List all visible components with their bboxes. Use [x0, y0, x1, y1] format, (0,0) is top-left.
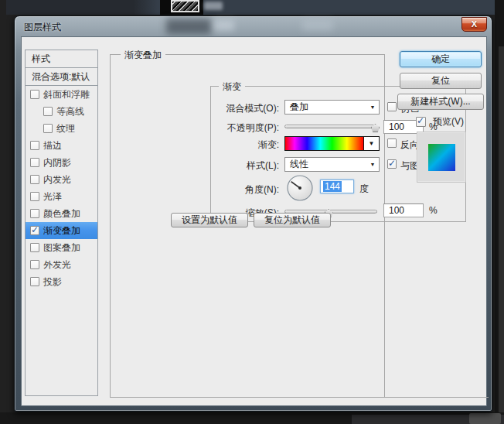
reset-button[interactable]: 复位 — [400, 73, 482, 89]
sidebar-item-label: 纹理 — [56, 122, 75, 135]
checkbox[interactable] — [30, 260, 39, 269]
titlebar-glass-smudge — [214, 20, 234, 31]
styles-listbox: 样式 混合选项:默认 斜面和浮雕 等高线 纹理 描边 内阴影 — [25, 50, 98, 396]
close-icon[interactable]: X — [461, 17, 487, 32]
sidebar-item-outer-glow[interactable]: 外发光 — [26, 256, 97, 273]
selected-text: 144 — [323, 181, 342, 192]
sidebar-item-label: 描边 — [43, 139, 62, 152]
blend-mode-dropdown[interactable]: 叠加 ▼ — [284, 100, 380, 115]
opacity-slider-track[interactable] — [284, 125, 376, 128]
angle-unit: 度 — [359, 183, 369, 196]
dialog-titlebar[interactable]: 图层样式 X — [15, 16, 492, 36]
dither-checkbox[interactable] — [387, 102, 397, 111]
background-right-strip-inner — [499, 46, 504, 424]
checkbox[interactable] — [43, 124, 53, 133]
blend-mode-label: 混合模式(O): — [211, 102, 279, 115]
sidebar-item-inner-glow[interactable]: 内发光 — [26, 171, 97, 188]
sidebar-item-label: 渐变叠加 — [43, 224, 80, 238]
style-dropdown[interactable]: 线性 ▼ — [284, 157, 380, 172]
preview-label: 预览(V) — [433, 115, 464, 128]
style-preview-thumbnail — [428, 144, 455, 171]
style-preview-frame — [417, 132, 466, 183]
sidebar-item-inner-shadow[interactable]: 内阴影 — [26, 154, 97, 171]
sidebar-item-pattern-overlay[interactable]: 图案叠加 — [26, 239, 97, 256]
titlebar-glass-smudge — [302, 20, 333, 31]
angle-dial[interactable] — [285, 173, 315, 203]
make-default-button[interactable]: 设置为默认值 — [171, 213, 248, 227]
checkbox[interactable] — [30, 158, 39, 167]
scale-value-field[interactable]: 100 — [383, 203, 424, 217]
dialog-client-area: 样式 混合选项:默认 斜面和浮雕 等高线 纹理 描边 内阴影 — [21, 36, 487, 406]
sidebar-item-stroke[interactable]: 描边 — [26, 137, 97, 154]
gradient-spectrum-swatch[interactable] — [285, 137, 364, 150]
sidebar-item-contour[interactable]: 等高线 — [26, 103, 97, 120]
new-style-button[interactable]: 新建样式(W)... — [397, 94, 484, 110]
style-value: 线性 — [285, 158, 366, 171]
sidebar-item-label: 斜面和浮雕 — [43, 88, 90, 101]
checkbox[interactable] — [30, 226, 39, 235]
sidebar-item-label: 外发光 — [43, 258, 71, 272]
divider — [385, 397, 489, 398]
checkbox[interactable] — [30, 243, 39, 252]
checkbox[interactable] — [30, 90, 39, 99]
checkbox[interactable] — [30, 175, 39, 184]
background-panel-strip — [6, 0, 495, 15]
sidebar-item-drop-shadow[interactable]: 投影 — [26, 273, 97, 290]
group-title: 渐变叠加 — [121, 49, 165, 62]
checkbox[interactable] — [43, 107, 53, 116]
sidebar-item-label: 投影 — [43, 275, 62, 289]
background-blurred-text — [204, 2, 223, 10]
subgroup-title: 渐变 — [219, 80, 245, 94]
dialog-title: 图层样式 — [24, 21, 61, 34]
angle-label: 角度(N): — [211, 183, 279, 197]
opacity-label: 不透明度(P): — [211, 121, 279, 135]
checkbox[interactable] — [30, 209, 39, 218]
opacity-slider[interactable] — [284, 122, 376, 133]
gradient-picker[interactable]: ▼ — [284, 136, 380, 151]
sidebar-item-gradient-overlay[interactable]: 渐变叠加 — [26, 222, 97, 239]
sidebar-item-label: 颜色叠加 — [43, 207, 80, 221]
preview-toggle[interactable]: 预览(V) — [416, 115, 464, 128]
checkbox[interactable] — [30, 277, 39, 286]
sidebar-item-label: 光泽 — [43, 190, 62, 203]
background-bottom-widget — [469, 413, 501, 424]
dial-center-dot — [298, 186, 301, 190]
checkbox[interactable] — [30, 141, 39, 150]
gradient-overlay-group: 渐变叠加 渐变 混合模式(O): 叠加 ▼ 仿色 不透明度(P): — [110, 54, 385, 398]
photoshop-background: 图层样式 X 样式 混合选项:默认 斜面和浮雕 等高线 纹理 — [0, 0, 504, 424]
sidebar-item-label: 内发光 — [43, 173, 71, 186]
sidebar-item-texture[interactable]: 纹理 — [26, 120, 97, 137]
gradient-label: 渐变: — [211, 138, 279, 152]
sidebar-item-satin[interactable]: 光泽 — [26, 188, 97, 205]
sidebar-item-label: 等高线 — [56, 105, 84, 118]
blend-mode-value: 叠加 — [285, 101, 366, 114]
sidebar-item-color-overlay[interactable]: 颜色叠加 — [26, 205, 97, 222]
sidebar-item-styles[interactable]: 样式 — [26, 50, 97, 68]
reset-default-button[interactable]: 复位为默认值 — [254, 213, 331, 227]
sidebar-item-label: 内阴影 — [43, 156, 71, 169]
layer-style-dialog: 图层样式 X 样式 混合选项:默认 斜面和浮雕 等高线 纹理 — [14, 15, 492, 412]
chevron-down-icon: ▼ — [366, 162, 379, 167]
ok-button[interactable]: 确定 — [400, 51, 482, 67]
scale-unit: % — [429, 205, 438, 216]
chevron-down-icon[interactable]: ▼ — [364, 137, 379, 150]
checkbox[interactable] — [30, 192, 39, 201]
reverse-checkbox[interactable] — [387, 138, 397, 148]
layer-thumbnail-stripes — [171, 0, 199, 12]
align-with-layer-checkbox[interactable] — [387, 159, 397, 169]
preview-checkbox[interactable] — [416, 117, 426, 127]
sidebar-item-bevel-emboss[interactable]: 斜面和浮雕 — [26, 86, 97, 103]
sidebar-item-label: 图案叠加 — [43, 241, 80, 255]
titlebar-glass-smudge — [166, 19, 211, 34]
style-label: 样式(L): — [211, 159, 279, 173]
angle-value-field[interactable]: 144 — [320, 180, 354, 193]
sidebar-item-blending-options[interactable]: 混合选项:默认 — [26, 68, 97, 86]
chevron-down-icon: ▼ — [366, 104, 379, 110]
